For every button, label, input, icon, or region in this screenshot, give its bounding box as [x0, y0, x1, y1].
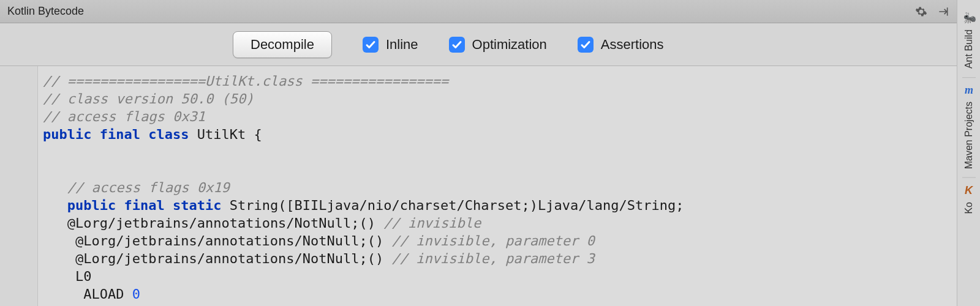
title-actions	[915, 6, 949, 18]
inline-checkbox[interactable]: Inline	[363, 37, 418, 53]
assertions-checkbox[interactable]: Assertions	[578, 37, 664, 53]
optimization-checkbox[interactable]: Optimization	[449, 37, 547, 53]
panel-title: Kotlin Bytecode	[7, 5, 84, 18]
sidebar-tab-kotlin[interactable]: Ko K	[962, 177, 976, 220]
checkbox-checked-icon	[578, 37, 594, 53]
sidebar-tab-ant-build[interactable]: Ant Build 🐜	[961, 5, 977, 75]
checkbox-label: Inline	[386, 37, 418, 53]
checkbox-label: Assertions	[601, 37, 664, 53]
panel-title-bar: Kotlin Bytecode	[0, 0, 957, 23]
maven-icon: m	[964, 84, 973, 97]
checkbox-checked-icon	[363, 37, 379, 53]
sidebar-label: Ko	[963, 202, 974, 214]
hide-panel-icon[interactable]	[937, 6, 949, 18]
kotlin-bytecode-panel: Kotlin Bytecode Decompile Inline	[0, 0, 957, 306]
editor-gutter	[0, 66, 38, 306]
gear-icon[interactable]	[915, 6, 927, 18]
checkbox-label: Optimization	[472, 37, 547, 53]
right-sidebar: Ant Build 🐜 Maven Projects m Ko K	[957, 0, 980, 306]
sidebar-label: Maven Projects	[963, 102, 974, 169]
sidebar-label: Ant Build	[963, 29, 974, 69]
editor-container: // =================UtilKt.class =======…	[0, 66, 957, 306]
checkbox-checked-icon	[449, 37, 465, 53]
ant-icon: 🐜	[962, 11, 976, 24]
bytecode-toolbar: Decompile Inline Optimization Assertions	[0, 23, 957, 66]
sidebar-tab-maven-projects[interactable]: Maven Projects m	[962, 77, 976, 175]
bytecode-editor[interactable]: // =================UtilKt.class =======…	[38, 66, 957, 306]
kotlin-icon: K	[965, 184, 973, 197]
decompile-button[interactable]: Decompile	[233, 31, 332, 58]
